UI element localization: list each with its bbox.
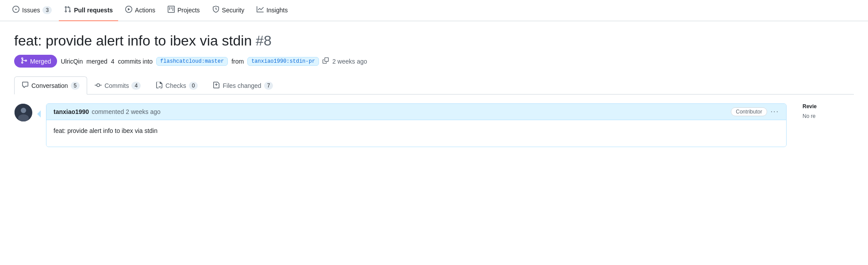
pr-title-text: feat: provide alert info to ibex via std… (14, 33, 252, 49)
tab-conversation[interactable]: Conversation 5 (14, 76, 87, 95)
merged-badge: Merged (14, 55, 57, 68)
pr-from-text: from (231, 58, 244, 65)
reviewers-value: No re (803, 113, 854, 119)
content-area: feat: provide alert info to ibex via std… (0, 21, 868, 158)
pr-number: #8 (256, 33, 272, 49)
nav-issues-label: Issues (22, 7, 40, 14)
nav-insights-label: Insights (266, 7, 288, 14)
comment-header-right: Contributor ··· (731, 107, 779, 116)
top-nav: Issues 3 Pull requests Actions (0, 0, 868, 21)
nav-item-insights[interactable]: Insights (251, 0, 293, 21)
pr-action-text: merged (86, 58, 107, 65)
commenter-avatar (14, 103, 32, 121)
nav-item-pull-requests[interactable]: Pull requests (59, 0, 118, 21)
pull-request-icon (64, 6, 71, 14)
pr-commit-count: 4 (111, 58, 115, 65)
nav-item-actions[interactable]: Actions (120, 0, 161, 21)
nav-item-security[interactable]: Security (207, 0, 250, 21)
comment-header-left: tanxiao1990 commented 2 weeks ago (54, 108, 161, 115)
actions-icon (125, 6, 132, 14)
checks-tab-icon (156, 82, 163, 90)
insights-icon (257, 6, 264, 14)
sidebar-hint: Revie No re (792, 103, 854, 119)
nav-security-label: Security (222, 7, 245, 14)
tab-checks[interactable]: Checks 0 (148, 76, 205, 95)
tab-files-changed[interactable]: Files changed 7 (205, 76, 280, 95)
files-changed-tab-icon (213, 82, 220, 90)
pr-title: feat: provide alert info to ibex via std… (14, 32, 854, 49)
nav-actions-label: Actions (135, 7, 155, 14)
svg-point-1 (21, 108, 26, 113)
reviewers-label: Revie (803, 103, 854, 110)
tab-checks-count: 0 (189, 82, 198, 90)
nav-issues-count: 3 (42, 6, 52, 14)
security-icon (212, 6, 219, 14)
nav-projects-label: Projects (177, 7, 200, 14)
tab-checks-label: Checks (165, 82, 186, 89)
issues-icon (12, 6, 19, 14)
commits-tab-icon (95, 82, 102, 90)
conversation-tab-icon (22, 81, 29, 90)
tab-conversation-count: 5 (71, 82, 80, 90)
comment-action: commented 2 weeks ago (92, 108, 161, 115)
comment-body: feat: provide alert info to ibex via std… (46, 120, 786, 147)
pr-head-branch[interactable]: tanxiao1990:stdin-pr (247, 57, 319, 66)
pr-meta: Merged UlricQin merged 4 commits into fl… (14, 55, 854, 68)
comment-box: tanxiao1990 commented 2 weeks ago Contri… (46, 103, 787, 147)
page-wrapper: Issues 3 Pull requests Actions (0, 0, 868, 265)
comment-section: tanxiao1990 commented 2 weeks ago Contri… (14, 95, 854, 147)
tab-files-changed-label: Files changed (223, 82, 261, 89)
contributor-badge: Contributor (731, 107, 767, 116)
comment-arrow (37, 110, 41, 117)
tab-commits-count: 4 (131, 82, 141, 90)
pr-author[interactable]: UlricQin (61, 58, 83, 65)
nav-pr-label: Pull requests (74, 7, 113, 14)
merge-icon (20, 57, 27, 65)
pr-commits-text: commits into (118, 58, 153, 65)
comment-action-text: commented (92, 108, 124, 115)
comment-header: tanxiao1990 commented 2 weeks ago Contri… (46, 104, 786, 120)
pr-base-branch[interactable]: flashcatcloud:master (156, 57, 228, 66)
commenter-name[interactable]: tanxiao1990 (54, 108, 89, 115)
more-options-button[interactable]: ··· (771, 108, 779, 116)
nav-item-projects[interactable]: Projects (162, 0, 205, 21)
projects-icon (168, 6, 175, 14)
comment-time-value: 2 weeks ago (126, 108, 161, 115)
main-column: feat: provide alert info to ibex via std… (0, 21, 868, 158)
tab-commits-label: Commits (104, 82, 129, 89)
tab-commits[interactable]: Commits 4 (87, 76, 148, 95)
svg-point-2 (18, 114, 29, 121)
merged-badge-label: Merged (30, 58, 51, 65)
tab-files-changed-count: 7 (264, 82, 273, 90)
pr-time: 2 weeks ago (332, 58, 367, 65)
nav-item-issues[interactable]: Issues 3 (7, 0, 57, 21)
pr-tabs: Conversation 5 Commits 4 (14, 76, 854, 95)
comment-body-text: feat: provide alert info to ibex via std… (54, 127, 779, 134)
tab-conversation-label: Conversation (31, 82, 68, 89)
copy-icon[interactable] (323, 57, 329, 65)
